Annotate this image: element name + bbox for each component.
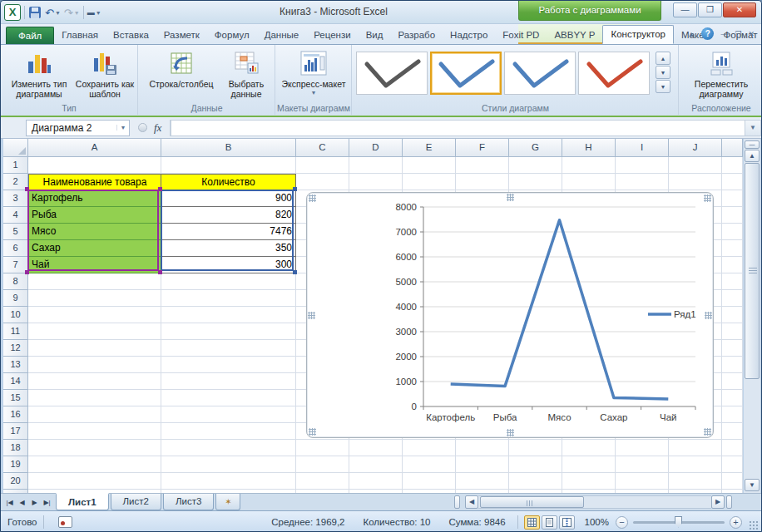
name-box-dropdown-icon[interactable]: ▼ <box>116 125 129 131</box>
undo-button[interactable]: ↶▼ <box>45 7 61 19</box>
cell-A12[interactable] <box>28 340 161 357</box>
move-chart-button[interactable]: Переместить диаграмму <box>687 47 755 100</box>
cell-F1[interactable] <box>456 157 509 174</box>
range-handle[interactable] <box>158 270 162 274</box>
chart-style-style-1[interactable] <box>356 52 428 95</box>
cell-J1[interactable] <box>669 157 722 174</box>
zoom-out-icon[interactable]: − <box>616 516 628 529</box>
help-icon[interactable]: ? <box>701 27 714 40</box>
gallery-down-icon[interactable]: ▼ <box>656 66 670 79</box>
row-header-9[interactable]: 9 <box>3 290 28 307</box>
cell-A19[interactable] <box>28 456 161 473</box>
column-header-A[interactable]: A <box>28 139 161 157</box>
gallery-up-icon[interactable]: ▲ <box>656 52 670 65</box>
cell-H19[interactable] <box>562 456 616 473</box>
zoom-slider-track[interactable] <box>633 521 725 524</box>
select-data-button[interactable]: Выбрать данные <box>220 47 272 100</box>
range-handle[interactable] <box>293 270 297 274</box>
cell-A10[interactable] <box>28 307 161 323</box>
cell-K4[interactable] <box>722 207 743 224</box>
cell-B19[interactable] <box>161 456 296 473</box>
cell-K12[interactable] <box>722 340 743 357</box>
cell-D20[interactable] <box>349 473 403 490</box>
chart-handle[interactable] <box>705 312 712 319</box>
cell-I1[interactable] <box>616 157 669 174</box>
column-header-D[interactable]: D <box>349 139 403 157</box>
save-button[interactable] <box>28 6 42 19</box>
cell-B20[interactable] <box>161 473 296 490</box>
cell-K18[interactable] <box>722 440 743 456</box>
formula-input[interactable] <box>171 120 745 136</box>
cell-K5[interactable] <box>722 224 743 240</box>
hsplit-handle-right[interactable] <box>726 495 732 509</box>
cell-D1[interactable] <box>349 157 403 174</box>
hscroll-thumb[interactable] <box>480 496 584 508</box>
scroll-left-icon[interactable]: ◀ <box>465 495 478 509</box>
cell-K17[interactable] <box>722 423 743 440</box>
cell-E19[interactable] <box>403 456 456 473</box>
first-sheet-icon[interactable]: |◀ <box>4 499 15 506</box>
cell-A20[interactable] <box>28 473 161 490</box>
chart-handle[interactable] <box>507 429 514 436</box>
tab-конструктор[interactable]: Конструктор <box>602 25 674 44</box>
cell-E20[interactable] <box>403 473 456 490</box>
macro-record-icon[interactable] <box>58 516 72 528</box>
hsplit-handle[interactable] <box>454 495 460 509</box>
cell-B10[interactable] <box>161 307 296 323</box>
page-break-view-button[interactable] <box>559 515 575 530</box>
cell-F2[interactable] <box>456 174 509 190</box>
tab-разрабо[interactable]: Разрабо <box>390 27 443 44</box>
page-layout-view-button[interactable] <box>542 515 557 530</box>
tab-abbyy-p[interactable]: ABBYY P <box>547 27 602 44</box>
column-header-partial[interactable] <box>722 139 743 157</box>
scroll-up-icon[interactable]: ▲ <box>745 150 760 162</box>
cell-B1[interactable] <box>161 157 296 174</box>
cell-C19[interactable] <box>296 456 349 473</box>
row-header-5[interactable]: 5 <box>3 224 28 240</box>
column-header-J[interactable]: J <box>669 139 722 157</box>
cell-G20[interactable] <box>509 473 562 490</box>
scroll-right-icon[interactable]: ▶ <box>711 495 725 509</box>
row-header-8[interactable]: 8 <box>3 273 28 290</box>
cell-K1[interactable] <box>722 157 743 174</box>
cell-D2[interactable] <box>349 174 403 190</box>
cell-H2[interactable] <box>562 174 616 190</box>
column-header-I[interactable]: I <box>616 139 669 157</box>
range-handle[interactable] <box>293 187 297 191</box>
cell-K7[interactable] <box>722 257 743 273</box>
cell-J2[interactable] <box>669 174 722 190</box>
cell-K11[interactable] <box>722 323 743 340</box>
cell-F19[interactable] <box>456 456 509 473</box>
save-as-template-button[interactable]: Сохранить как шаблон <box>74 47 136 100</box>
excel-logo-icon[interactable]: X <box>4 4 21 21</box>
cell-B13[interactable] <box>161 357 296 373</box>
row-header-14[interactable]: 14 <box>3 373 28 390</box>
row-header-19[interactable]: 19 <box>3 456 28 473</box>
customize-qat-button[interactable]: ▬▼ <box>87 8 101 17</box>
tab-рецензи[interactable]: Рецензи <box>306 27 358 44</box>
cell-B8[interactable] <box>161 273 296 290</box>
tab-главная[interactable]: Главная <box>54 27 106 44</box>
row-header-13[interactable]: 13 <box>3 357 28 373</box>
cell-A8[interactable] <box>28 273 161 290</box>
cell-D19[interactable] <box>349 456 403 473</box>
cell-I20[interactable] <box>616 473 669 490</box>
chart-handle[interactable] <box>704 428 711 436</box>
cell-B9[interactable] <box>161 290 296 307</box>
series-line[interactable] <box>451 220 669 399</box>
range-handle[interactable] <box>158 187 162 191</box>
last-sheet-icon[interactable]: ▶| <box>42 499 52 506</box>
cell-A13[interactable] <box>28 357 161 373</box>
cell-C1[interactable] <box>296 157 349 174</box>
cell-B16[interactable] <box>161 406 296 423</box>
cell-G1[interactable] <box>509 157 562 174</box>
cell-H1[interactable] <box>562 157 616 174</box>
normal-view-button[interactable] <box>524 515 540 530</box>
cell-A2[interactable]: Наименование товара <box>28 174 161 190</box>
redo-button[interactable]: ↷▼ <box>64 7 80 19</box>
cell-B11[interactable] <box>161 323 296 340</box>
tab-foxit-pd[interactable]: Foxit PD <box>495 27 547 44</box>
vertical-scrollbar[interactable]: — ▲ ▼ <box>744 139 760 493</box>
resize-grip[interactable] <box>749 520 759 530</box>
cell-J20[interactable] <box>669 473 722 490</box>
